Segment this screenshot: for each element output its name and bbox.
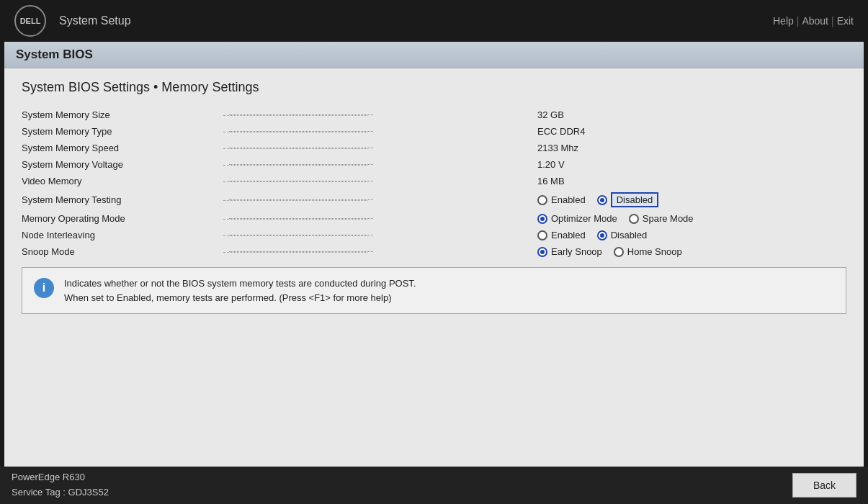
setting-row: Video Memory16 MB [22,173,846,189]
nav-sep-2: | [831,15,834,27]
text-value: ECC DDR4 [537,126,585,137]
text-value: 32 GB [537,109,564,120]
radio-circle [537,195,547,205]
bios-header-title: System BIOS [16,48,93,61]
radio-label: Disabled [611,192,659,207]
setting-label: Node Interleaving [22,230,223,240]
radio-circle [597,195,607,205]
info-text: Indicates whether or not the BIOS system… [64,276,416,305]
bottombar: PowerEdge R630 Service Tag : GDJ3S52 Bac… [0,467,868,504]
setting-row: System Memory Size32 GB [22,107,846,123]
setting-value: EnabledDisabled [537,230,647,240]
setting-row: Snoop ModeEarly SnoopHome Snoop [22,243,846,260]
help-link[interactable]: Help [773,15,794,27]
radio-group: EnabledDisabled [537,192,658,207]
setting-value: EnabledDisabled [537,192,658,207]
setting-label: System Memory Type [22,126,223,137]
setting-value: 1.20 V [537,159,565,170]
radio-item[interactable]: Home Snoop [614,246,682,257]
setting-label: Snoop Mode [22,246,223,257]
service-tag: Service Tag : GDJ3S52 [12,485,109,500]
info-line2: When set to Enabled, memory tests are pe… [64,292,391,303]
radio-item[interactable]: Early Snoop [537,246,602,257]
radio-group: Early SnoopHome Snoop [537,246,682,257]
radio-circle [537,247,547,257]
system-setup-title: System Setup [59,14,773,27]
setting-value: 16 MB [537,176,565,186]
radio-item[interactable]: Spare Mode [629,213,694,224]
radio-group: Optimizer ModeSpare Mode [537,213,694,224]
text-value: 16 MB [537,176,565,186]
radio-circle [614,247,624,257]
radio-label: Optimizer Mode [551,213,617,224]
device-name: PowerEdge R630 [12,470,109,485]
nav-sep-1: | [797,15,800,27]
radio-item[interactable]: Enabled [537,194,586,205]
topbar: DELL System Setup Help | About | Exit [0,0,868,42]
setting-label: Video Memory [22,176,223,186]
setting-row: System Memory Speed2133 Mhz [22,140,846,156]
setting-value: 32 GB [537,109,564,120]
radio-group: EnabledDisabled [537,230,647,240]
page-title: System BIOS Settings • Memory Settings [22,80,846,95]
setting-value: ECC DDR4 [537,126,585,137]
exit-link[interactable]: Exit [837,15,854,27]
bios-header: System BIOS [4,42,864,68]
radio-circle [597,230,607,240]
radio-label: Spare Mode [643,213,694,224]
setting-row: System Memory TestingEnabledDisabled [22,189,846,210]
main-area: System BIOS System BIOS Settings • Memor… [4,42,864,467]
setting-row: System Memory Voltage1.20 V [22,156,846,173]
top-nav: Help | About | Exit [773,15,854,27]
setting-value: 2133 Mhz [537,143,578,153]
radio-circle [537,214,547,224]
about-link[interactable]: About [802,15,828,27]
setting-value: Early SnoopHome Snoop [537,246,682,257]
setting-row: System Memory TypeECC DDR4 [22,123,846,140]
radio-label: Early Snoop [551,246,602,257]
radio-item[interactable]: Disabled [597,192,659,207]
setting-label: System Memory Testing [22,194,223,205]
radio-label: Home Snoop [627,246,682,257]
radio-circle [629,214,639,224]
dell-logo: DELL [14,5,46,37]
info-box: i Indicates whether or not the BIOS syst… [22,267,846,314]
setting-row: Memory Operating ModeOptimizer ModeSpare… [22,210,846,227]
radio-item[interactable]: Enabled [537,230,586,240]
settings-container: System Memory Size32 GBSystem Memory Typ… [22,107,846,260]
setting-label: System Memory Voltage [22,159,223,170]
back-button[interactable]: Back [792,473,856,498]
info-line1: Indicates whether or not the BIOS system… [64,278,416,289]
text-value: 2133 Mhz [537,143,578,153]
radio-item[interactable]: Disabled [597,230,648,240]
text-value: 1.20 V [537,159,565,170]
setting-value: Optimizer ModeSpare Mode [537,213,694,224]
content-panel: System BIOS Settings • Memory Settings S… [4,68,864,467]
radio-label: Enabled [551,194,586,205]
setting-row: Node InterleavingEnabledDisabled [22,227,846,243]
radio-item[interactable]: Optimizer Mode [537,213,617,224]
radio-label: Enabled [551,230,586,240]
device-info: PowerEdge R630 Service Tag : GDJ3S52 [12,470,109,500]
radio-circle [537,230,547,240]
radio-label: Disabled [611,230,648,240]
setting-label: System Memory Speed [22,143,223,153]
setting-label: Memory Operating Mode [22,213,223,224]
setting-label: System Memory Size [22,109,223,120]
info-icon: i [34,278,54,298]
